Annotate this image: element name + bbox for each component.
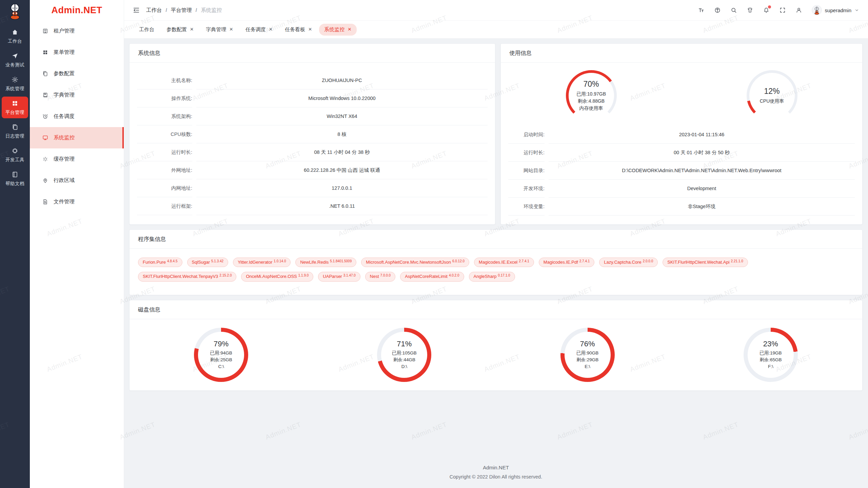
disk-gauges: 79% 已用:94GB 剩余:25GB C:\ 71%: [130, 319, 862, 382]
profile-icon[interactable]: [795, 7, 802, 14]
theme-icon[interactable]: [747, 7, 753, 14]
sidebar-item-menu-mgmt[interactable]: 菜单管理: [30, 42, 124, 63]
sidebar-item-icon: [42, 199, 48, 205]
info-value: 00 天 01 小时 38 分 50 秒: [549, 144, 855, 162]
language-icon[interactable]: [714, 7, 721, 14]
rail-item-help-docs[interactable]: 帮助文档: [2, 168, 28, 189]
info-value: Microsoft Windows 10.0.22000: [196, 89, 488, 107]
sidebar-item-icon: [42, 135, 48, 141]
info-label: 主机名称:: [137, 72, 192, 89]
tab-task-schedule[interactable]: 任务调度 ✕: [240, 24, 278, 36]
assembly-tag: AngleSharp0.17.1.0: [469, 272, 515, 281]
main-area: 工作台 / 平台管理 / 系统监控: [124, 0, 868, 488]
assembly-tag: SKIT.FlurlHttpClient.Wechat.TenpayV32.15…: [138, 272, 236, 281]
notification-badge: [768, 5, 771, 8]
user-avatar: [812, 5, 822, 15]
info-label: 开发环境:: [508, 180, 545, 198]
assembly-tag: SKIT.FlurlHttpClient.Wechat.Api2.21.1.0: [663, 258, 748, 267]
fullscreen-icon[interactable]: [779, 7, 786, 14]
sidebar-item-label: 系统监控: [54, 134, 75, 141]
info-row: 启动时间: 2023-01-04 11:15:46: [508, 126, 855, 144]
disk-text: 23% 已用:19GB 剩余:65GB F:\: [744, 328, 798, 382]
gauge-text: 12% CPU使用率: [747, 70, 797, 121]
info-label: 操作系统:: [137, 89, 192, 107]
info-value: 2023-01-04 11:15:46: [549, 126, 855, 144]
sidebar-item-param-config[interactable]: 参数配置: [30, 63, 124, 84]
sidebar-item-icon: [42, 113, 48, 120]
page-footer: Admin.NET Copyright © 2022 Dilon All rig…: [129, 465, 863, 480]
notification-bell-icon[interactable]: [763, 7, 770, 14]
info-row: 内网地址: 127.0.0.1: [137, 179, 488, 197]
disk-percent: 23%: [763, 340, 778, 348]
username: superadmin: [825, 7, 851, 13]
breadcrumb-platform-mgmt[interactable]: / 平台管理: [162, 7, 192, 14]
assembly-tag: Magicodes.IE.Pdf2.7.4.1: [539, 258, 594, 267]
sidebar-item-file-mgmt[interactable]: 文件管理: [30, 191, 124, 212]
tab-close-icon[interactable]: ✕: [229, 27, 233, 32]
tab-close-icon[interactable]: ✕: [348, 27, 351, 32]
disk-info-card: 磁盘信息 79% 已用:94GB 剩余:25GB C:\: [129, 300, 863, 391]
info-label: 系统架构:: [137, 107, 192, 125]
rail-item-icon: [11, 28, 19, 36]
rail-item-icon: [11, 147, 19, 155]
sidebar-item-task-schedule[interactable]: 任务调度: [30, 106, 124, 127]
rail-item-label: 平台管理: [5, 109, 24, 116]
sidebar-item-icon: [42, 92, 48, 98]
module-sidebar: Admin.NET 租户管理 菜单管理 参数配置 字典管理: [30, 0, 124, 488]
rail-item-workbench[interactable]: 工作台: [2, 25, 28, 47]
assemblies-card: 程序集信息 Furion.Pure4.8.4.5SqlSugar5.1.3.42…: [129, 229, 863, 295]
sidebar-item-label: 参数配置: [54, 70, 75, 77]
font-size-icon[interactable]: [698, 7, 705, 14]
sidebar-item-system-monitor[interactable]: 系统监控: [30, 127, 124, 148]
info-label: 内网地址:: [137, 179, 192, 197]
rail-item-icon: [11, 100, 19, 107]
sidebar-item-dict-mgmt[interactable]: 字典管理: [30, 84, 124, 106]
info-row: 运行时长: 00 天 01 小时 38 分 50 秒: [508, 144, 855, 162]
info-row: 外网地址: 60.222.128.26 中国 山西 运城 联通: [137, 161, 488, 179]
info-row: 环境变量: 非Stage环境: [508, 198, 855, 216]
tab-dict-mgmt[interactable]: 字典管理 ✕: [201, 24, 238, 36]
app-rail: 工作台 业务测试 系统管理 平台管理 日志管理: [0, 0, 30, 488]
tab-param-config[interactable]: 参数配置 ✕: [161, 24, 199, 36]
tab-close-icon[interactable]: ✕: [190, 27, 194, 32]
system-info-card: 系统信息 主机名称: ZUOHUAIJUN-PC 操作系统: Microsoft…: [129, 43, 495, 225]
rail-item-icon: [11, 76, 19, 83]
rail-item-business-test[interactable]: 业务测试: [2, 49, 28, 71]
collapse-sidebar-icon[interactable]: [133, 6, 140, 14]
info-row: 运行时长: 08 天 11 小时 04 分 38 秒: [137, 143, 488, 161]
sidebar-item-cache-mgmt[interactable]: 缓存管理: [30, 148, 124, 170]
assembly-tag: Magicodes.IE.Excel2.7.4.1: [474, 258, 534, 267]
rail-item-dev-tools[interactable]: 开发工具: [2, 144, 28, 166]
tab-system-monitor[interactable]: 系统监控 ✕: [319, 24, 356, 36]
top-header: 工作台 / 平台管理 / 系统监控: [124, 0, 868, 21]
breadcrumb-system-monitor[interactable]: / 系统监控: [192, 7, 222, 14]
header-actions: superadmin: [698, 5, 859, 15]
sidebar-item-admin-region[interactable]: 行政区域: [30, 170, 124, 191]
tab-workbench[interactable]: 工作台: [134, 24, 159, 36]
rail-item-log-mgmt[interactable]: 日志管理: [2, 120, 28, 142]
disk-text: 71% 已用:105GB 剩余:44GB D:\: [377, 328, 431, 382]
breadcrumb-workbench[interactable]: 工作台: [146, 7, 162, 14]
mascot-logo-icon[interactable]: [7, 3, 22, 20]
info-value: 8 核: [196, 125, 488, 143]
rail-item-system-mgmt[interactable]: 系统管理: [2, 73, 28, 95]
sidebar-item-tenant-mgmt[interactable]: 租户管理: [30, 20, 124, 42]
disk-text: 79% 已用:94GB 剩余:25GB C:\: [194, 328, 248, 382]
disk-percent: 76%: [580, 340, 595, 348]
sidebar-item-label: 字典管理: [54, 92, 75, 99]
cpu-usage-gauge: 12% CPU使用率: [682, 70, 862, 121]
disk-text: 76% 已用:90GB 剩余:29GB E:\: [560, 328, 615, 382]
page-content: 系统信息 主机名称: ZUOHUAIJUN-PC 操作系统: Microsoft…: [124, 39, 868, 488]
usage-info-card: 使用信息 70% 已用:10.97GB 剩余:4.88GB 内存使用率: [500, 43, 863, 225]
search-icon[interactable]: [730, 7, 737, 14]
tab-task-board[interactable]: 任务看板 ✕: [280, 24, 317, 36]
tab-close-icon[interactable]: ✕: [269, 27, 273, 32]
rail-item-platform-mgmt[interactable]: 平台管理: [2, 97, 28, 118]
breadcrumb-label: 平台管理: [171, 7, 192, 14]
sidebar-menu: 租户管理 菜单管理 参数配置 字典管理 任务调度: [30, 20, 124, 212]
user-menu[interactable]: superadmin: [812, 5, 859, 15]
tab-close-icon[interactable]: ✕: [308, 27, 312, 32]
assembly-tag-row: SKIT.FlurlHttpClient.Wechat.TenpayV32.15…: [138, 272, 854, 281]
assembly-tag: Furion.Pure4.8.4.5: [138, 258, 182, 267]
assembly-tag: AspNetCoreRateLimit4.0.2.0: [400, 272, 464, 281]
